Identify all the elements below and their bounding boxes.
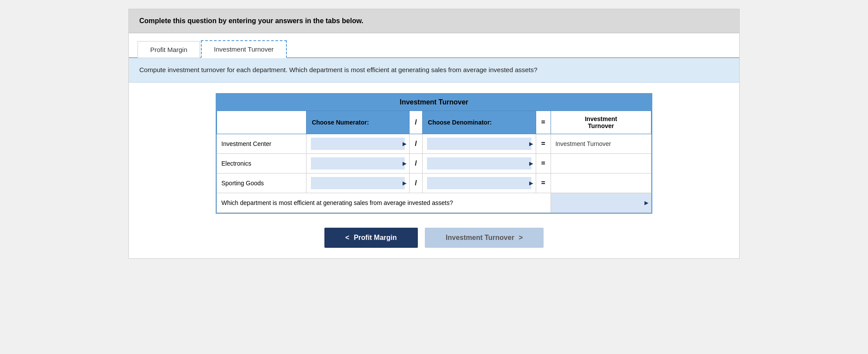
divider-0: / — [410, 134, 423, 153]
last-question-row: Which department is most efficient at ge… — [217, 193, 651, 212]
numerator-select-1[interactable] — [311, 157, 405, 170]
result-cell-2 — [551, 173, 651, 193]
table-row: Electronics ▶ / — [217, 153, 651, 173]
next-icon: > — [519, 234, 523, 242]
next-button[interactable]: Investment Turnover > — [425, 228, 544, 248]
denominator-select-2[interactable] — [427, 177, 531, 189]
prev-label: Profit Margin — [354, 234, 397, 242]
tabs-row: Profit Margin Investment Turnover — [129, 33, 739, 58]
description-text: Compute investment turnover for each dep… — [139, 66, 537, 73]
numerator-cell-0[interactable]: ▶ — [307, 134, 410, 153]
row-label-2: Sporting Goods — [217, 173, 307, 193]
description-bar: Compute investment turnover for each dep… — [129, 58, 739, 83]
equals-1: = — [536, 153, 551, 173]
header-result: Investment Turnover — [551, 111, 651, 134]
divider-1: / — [410, 153, 423, 173]
denominator-cell-0[interactable]: ▶ — [423, 134, 536, 153]
denominator-select-0[interactable] — [427, 138, 531, 150]
question-cell: Which department is most efficient at ge… — [217, 193, 551, 212]
header-col1 — [217, 111, 307, 134]
tab-investment-turnover[interactable]: Investment Turnover — [201, 40, 287, 58]
denominator-cell-1[interactable]: ▶ — [423, 153, 536, 173]
table-title: Investment Turnover — [217, 94, 651, 111]
equals-2: = — [536, 173, 551, 193]
prev-button[interactable]: < Profit Margin — [324, 228, 418, 248]
table-header-row: Choose Numerator: / Choose Denominator: … — [217, 111, 651, 134]
row-label-0: Investment Center — [217, 134, 307, 153]
instruction-bar: Complete this question by entering your … — [129, 9, 739, 33]
tab-profit-margin[interactable]: Profit Margin — [138, 41, 200, 58]
result-cell-0: Investment Turnover — [551, 134, 651, 153]
answer-select[interactable] — [555, 197, 647, 209]
nav-buttons: < Profit Margin Investment Turnover > — [138, 228, 730, 248]
result-text-0: Investment Turnover — [555, 140, 611, 147]
result-cell-1 — [551, 153, 651, 173]
instruction-text: Complete this question by entering your … — [139, 17, 363, 24]
question-text: Which department is most efficient at ge… — [221, 199, 453, 206]
table-row: Investment Center ▶ / — [217, 134, 651, 153]
header-divider: / — [410, 111, 423, 134]
numerator-select-0[interactable] — [311, 138, 405, 150]
denominator-select-1[interactable] — [427, 157, 531, 170]
header-numerator: Choose Numerator: — [307, 111, 410, 134]
answer-cell[interactable]: ▶ — [551, 193, 651, 212]
divider-2: / — [410, 173, 423, 193]
prev-icon: < — [345, 234, 349, 242]
header-equals: = — [536, 111, 551, 134]
investment-turnover-table: Investment Turnover Choose Numerator: / … — [216, 93, 652, 214]
numerator-cell-2[interactable]: ▶ — [307, 173, 410, 193]
numerator-select-2[interactable] — [311, 177, 405, 189]
equals-0: = — [536, 134, 551, 153]
numerator-cell-1[interactable]: ▶ — [307, 153, 410, 173]
header-denominator: Choose Denominator: — [423, 111, 536, 134]
table-row: Sporting Goods ▶ / — [217, 173, 651, 193]
denominator-cell-2[interactable]: ▶ — [423, 173, 536, 193]
next-label: Investment Turnover — [446, 234, 514, 242]
main-content: Investment Turnover Choose Numerator: / … — [129, 83, 739, 258]
row-label-1: Electronics — [217, 153, 307, 173]
